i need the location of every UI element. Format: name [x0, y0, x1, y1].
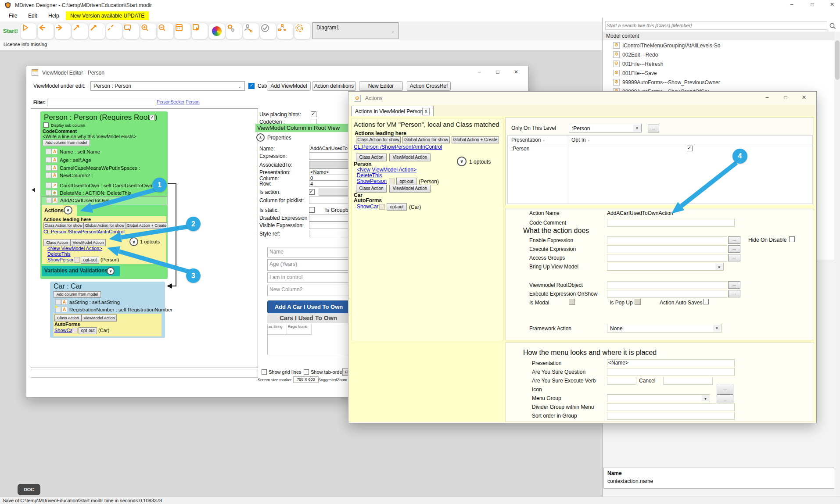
- column-row[interactable]: A NewColumn2 :: [44, 172, 166, 179]
- access-ellipsis-button[interactable]: ...: [728, 254, 740, 261]
- code-comment-hint[interactable]: <Write a line on why this ViewModel exis…: [43, 134, 136, 139]
- car-viewmodel-box[interactable]: Car : Car Add column from model A asStri…: [50, 282, 165, 338]
- new-viewmodel-action-link[interactable]: <New ViewModel Action>: [47, 246, 102, 251]
- grid-row-person[interactable]: :Person: [511, 146, 529, 152]
- collapse-actions-chevron[interactable]: ∧: [64, 206, 72, 214]
- maximize-button[interactable]: □: [779, 94, 793, 100]
- forward-arrow-icon[interactable]: [54, 23, 71, 39]
- prop-name-input[interactable]: AddACarIUsedToOwn: [309, 145, 350, 152]
- ays-cancel-input[interactable]: [663, 377, 713, 385]
- class-action-tab[interactable]: Class Action: [54, 315, 82, 322]
- action-definitions-button[interactable]: Action definitions: [312, 81, 356, 91]
- viewmodel-action-tab[interactable]: ViewModel Action: [71, 239, 106, 246]
- preview-field-control[interactable]: I am in control: [267, 272, 349, 283]
- action-name-value[interactable]: AddACarIUsedToOwnAction: [607, 210, 673, 216]
- search-input[interactable]: [605, 21, 827, 30]
- doc-button[interactable]: DOC: [18, 484, 40, 495]
- person-viewmodel-box[interactable]: Person : Person (Requires Root) Display …: [40, 111, 168, 279]
- showcar-link[interactable]: ShowCar: [357, 204, 378, 210]
- global-action-create-button[interactable]: Global Action + Create: [452, 136, 499, 143]
- zoom-out-icon[interactable]: [157, 23, 174, 39]
- menu-file[interactable]: File: [9, 13, 17, 19]
- viewmodel-action-tab[interactable]: ViewModel Action: [389, 154, 431, 161]
- grid-header-cell[interactable]: as String: [268, 324, 287, 335]
- column-row[interactable]: A Age : self.Age: [44, 157, 166, 164]
- class-action-for-show-button[interactable]: Class Action for show: [43, 222, 83, 229]
- preview-field-name[interactable]: Name: [267, 247, 349, 257]
- viewmodel-under-edit-combo[interactable]: Person : Person ⌄: [90, 81, 245, 91]
- optouts-chevron[interactable]: ∨: [457, 157, 467, 166]
- sort-order-input[interactable]: [607, 412, 735, 420]
- hide-on-disable-checkbox[interactable]: [789, 236, 795, 242]
- column-row-selected[interactable]: A AddACarIUsedToOwn :: [42, 196, 167, 205]
- menu-help[interactable]: Help: [48, 13, 59, 19]
- minimize-button[interactable]: –: [785, 1, 799, 7]
- run-window-icon[interactable]: [191, 23, 208, 39]
- action-crossref-button[interactable]: Action CrossRef: [407, 81, 451, 91]
- opt-out-button[interactable]: opt-out: [81, 257, 99, 264]
- auto-saves-checkbox[interactable]: [703, 299, 709, 304]
- new-editor-button[interactable]: New Editor: [359, 81, 403, 91]
- add-viewmodel-button[interactable]: Add ViewModel: [267, 81, 311, 91]
- column-row[interactable]: A asString : self.asString: [54, 299, 162, 306]
- diagram-canvas[interactable]: Person : Person (Requires Root) Display …: [31, 108, 258, 368]
- diagram-selector[interactable]: Diagram1 ⌄: [312, 22, 398, 39]
- gears-icon[interactable]: [226, 23, 242, 39]
- minimize-button[interactable]: –: [760, 94, 774, 100]
- class-action-tab[interactable]: Class Action: [43, 239, 71, 246]
- filter-link-person[interactable]: Person: [186, 100, 200, 104]
- opt-out-button[interactable]: opt-out: [396, 178, 416, 185]
- close-button[interactable]: ✕: [509, 69, 523, 75]
- menu-group-combo[interactable]: ▼: [607, 394, 710, 402]
- optin-grid[interactable]: Presentation ▼ Opt In ▼ :Person: [507, 135, 813, 204]
- navigate-arrow-icon[interactable]: [89, 23, 105, 39]
- viewmodel-action-tab[interactable]: ViewModel Action: [389, 185, 431, 193]
- level-ellipsis-button[interactable]: ...: [648, 125, 659, 132]
- filter-input[interactable]: [47, 99, 156, 106]
- autoform-spiral-icon[interactable]: [294, 23, 311, 39]
- show-tab-order-checkbox[interactable]: [304, 369, 309, 375]
- filter-icon[interactable]: ▼: [542, 139, 546, 142]
- optout-icon[interactable]: [379, 204, 385, 210]
- showcar-link[interactable]: ShowCar: [54, 328, 74, 333]
- optouts-chevron[interactable]: ∨: [129, 237, 138, 246]
- class-action-tab[interactable]: Class Action: [356, 154, 387, 161]
- prop-row-input[interactable]: 4: [309, 180, 350, 187]
- tab-actions-in-viewmodel[interactable]: Actions in ViewModel Person X: [351, 106, 434, 117]
- list-item[interactable]: ⚙ IControlTheMenuGrouping/AtAllLevels-So: [603, 41, 834, 50]
- icon-ellipsis-button[interactable]: ...: [717, 384, 733, 394]
- grid-window-icon[interactable]: [174, 23, 191, 39]
- column-row[interactable]: A CamelCaseMeansWePutInSpaces :: [44, 164, 166, 172]
- is-static-checkbox[interactable]: [309, 207, 315, 213]
- prop-visible-input[interactable]: [309, 222, 350, 229]
- menu-presentation-input[interactable]: <Name>: [607, 359, 735, 367]
- cl-person-link[interactable]: CL:Person /ShowPersonIAmInControl: [354, 144, 442, 150]
- execute-expression-input[interactable]: [607, 245, 727, 253]
- prop-styleref-input[interactable]: [309, 230, 350, 237]
- class-action-for-show-button[interactable]: Class Action for show: [356, 136, 401, 143]
- search-icon[interactable]: [829, 22, 836, 29]
- class-action-tab[interactable]: Class Action: [356, 185, 387, 193]
- maximize-button[interactable]: □: [491, 69, 505, 75]
- new-viewmodel-action-link[interactable]: <New ViewModel Action>: [357, 167, 416, 173]
- maximize-button[interactable]: □: [805, 1, 819, 7]
- opt-out-button[interactable]: opt-out: [79, 327, 97, 334]
- properties-chevron[interactable]: ∧: [256, 133, 265, 142]
- add-column-button[interactable]: Add column from model: [54, 291, 101, 298]
- optout-icon[interactable]: [389, 179, 395, 184]
- ays-verb-input[interactable]: [607, 377, 636, 385]
- show-grid-lines-checkbox[interactable]: [262, 369, 267, 375]
- color-wheel-icon[interactable]: [208, 23, 225, 39]
- execute-ellipsis-button[interactable]: ...: [728, 245, 740, 253]
- play-icon[interactable]: [20, 23, 37, 39]
- update-banner[interactable]: New Version available UPDATE: [66, 11, 149, 20]
- list-item[interactable]: ⚙ 001File---Refresh: [603, 60, 834, 69]
- level-combo[interactable]: :Person ▼: [569, 124, 642, 132]
- list-item[interactable]: ⚙ 002Edit---Redo: [603, 50, 834, 60]
- ays-question-input[interactable]: [607, 368, 735, 376]
- opt-out-button[interactable]: opt-out: [387, 203, 407, 211]
- screen-size-value[interactable]: 758 X 600: [293, 376, 319, 383]
- tab-close-button[interactable]: X: [422, 108, 430, 115]
- categ-checkbox[interactable]: [248, 83, 255, 89]
- requires-root-checkbox[interactable]: [150, 115, 155, 120]
